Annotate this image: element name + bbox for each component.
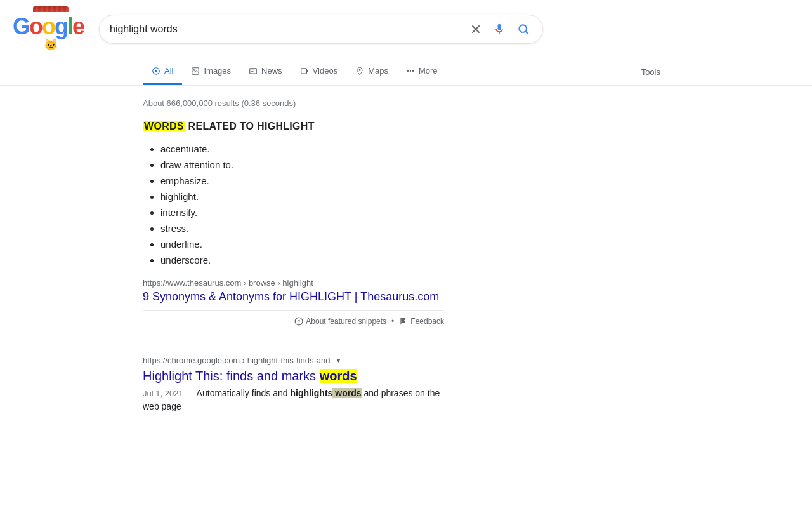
news-icon	[249, 67, 258, 76]
tab-news[interactable]: News	[240, 58, 291, 85]
snippet-highlighted-word: words	[332, 388, 361, 398]
list-item: emphasize.	[160, 173, 444, 189]
svg-point-16	[412, 70, 414, 71]
url-dropdown[interactable]: ▼	[336, 357, 342, 364]
tab-videos[interactable]: Videos	[291, 58, 347, 85]
list-item: accentuate.	[160, 141, 444, 157]
mic-icon	[493, 23, 506, 36]
logo-area: Google 🐱	[13, 6, 89, 51]
tab-all[interactable]: All	[143, 58, 182, 85]
result-title[interactable]: Highlight This: finds and marks words	[143, 368, 444, 384]
svg-point-14	[407, 70, 409, 71]
list-item: highlight.	[160, 189, 444, 204]
svg-rect-8	[250, 68, 257, 73]
list-item: underscore.	[160, 252, 444, 268]
question-icon: ?	[294, 317, 303, 326]
main-content: About 666,000,000 results (0.36 seconds)…	[0, 86, 444, 441]
results-count: About 666,000,000 results (0.36 seconds)	[143, 98, 444, 108]
all-icon	[152, 67, 160, 76]
snippet-link[interactable]: 9 Synonyms & Antonyms for HIGHLIGHT | Th…	[143, 290, 444, 304]
svg-point-13	[359, 69, 361, 70]
maps-icon	[355, 67, 364, 76]
search-submit-button[interactable]	[514, 20, 532, 38]
bullet-list: accentuate. draw attention to. emphasize…	[143, 141, 444, 268]
snippet-title: WORDS RELATED TO HIGHLIGHT	[143, 121, 444, 132]
svg-point-15	[410, 70, 411, 71]
list-item: intensify.	[160, 204, 444, 220]
tab-more[interactable]: More	[397, 58, 447, 85]
svg-point-5	[155, 70, 157, 72]
videos-icon	[300, 67, 309, 76]
mic-button[interactable]	[490, 20, 508, 38]
search-input[interactable]: highlight words	[110, 23, 462, 35]
result-url: https://chrome.google.com › highlight-th…	[143, 356, 444, 365]
search-icons	[468, 20, 532, 38]
title-highlighted-word: words	[320, 369, 357, 383]
more-icon	[406, 67, 415, 76]
header: Google 🐱 highlight words	[0, 0, 812, 58]
logo-wrapper: Google 🐱	[13, 6, 89, 51]
snippet-source: https://www.thesaurus.com › browse › hig…	[143, 278, 444, 288]
close-icon	[470, 23, 481, 35]
about-snippets-item[interactable]: ? About featured snippets	[294, 317, 386, 326]
featured-snippet: WORDS RELATED TO HIGHLIGHT accentuate. d…	[143, 121, 444, 332]
list-item: stress.	[160, 220, 444, 236]
flag-icon	[399, 317, 408, 326]
google-logo: Google	[13, 13, 84, 40]
svg-rect-19	[401, 318, 402, 325]
snippet-footer: ? About featured snippets • Feedback	[143, 310, 444, 332]
search-bar: highlight words	[99, 15, 543, 44]
svg-text:?: ?	[298, 319, 300, 324]
highlighted-word: WORDS	[143, 121, 185, 131]
search-icon	[517, 23, 530, 36]
search-bar-wrap: highlight words	[99, 15, 543, 44]
list-item: underline.	[160, 236, 444, 252]
svg-line-3	[526, 31, 528, 34]
tools-button[interactable]: Tools	[632, 60, 669, 84]
tab-images[interactable]: Images	[182, 58, 240, 85]
list-item: draw attention to.	[160, 157, 444, 173]
nav-tabs: All Images News Videos Maps	[0, 58, 812, 86]
images-icon	[191, 67, 200, 76]
result-snippet: Jul 1, 2021 — Automatically finds and hi…	[143, 387, 444, 413]
svg-rect-11	[301, 68, 306, 73]
search-result: https://chrome.google.com › highlight-th…	[143, 356, 444, 413]
tab-maps[interactable]: Maps	[346, 58, 397, 85]
divider	[143, 345, 444, 345]
feedback-item[interactable]: Feedback	[399, 317, 444, 326]
clear-button[interactable]	[468, 21, 484, 37]
